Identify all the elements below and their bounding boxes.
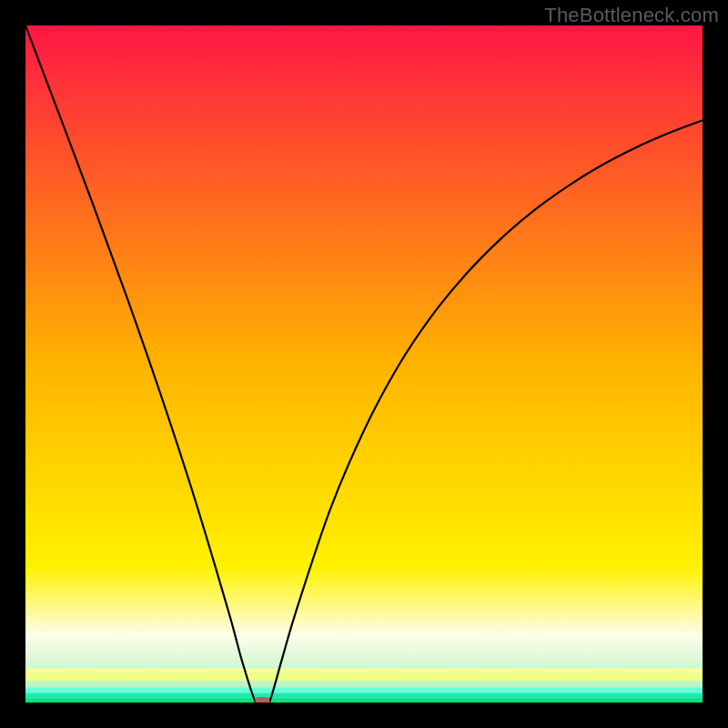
svg-rect-5 [25,669,703,672]
svg-rect-3 [25,681,703,687]
gradient-background [25,25,703,703]
watermark-text: TheBottleneck.com [544,4,719,27]
svg-rect-2 [25,688,703,693]
plot-area [25,25,703,703]
marker-dot [255,697,269,703]
chart-frame: TheBottleneck.com [0,0,728,728]
green-band [25,669,703,703]
svg-rect-0 [25,699,703,703]
chart-svg [25,25,703,703]
svg-rect-1 [25,693,703,699]
svg-rect-4 [25,672,703,682]
